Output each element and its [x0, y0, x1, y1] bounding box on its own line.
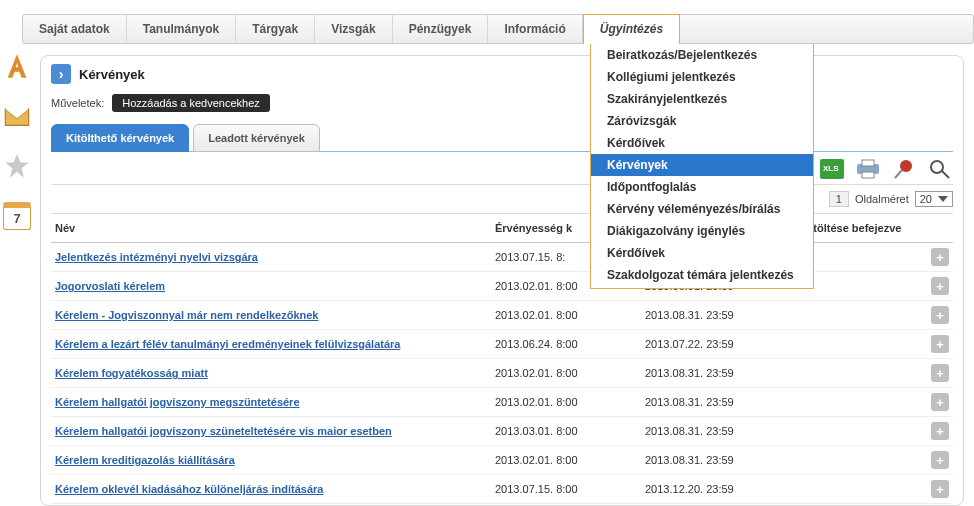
- dropdown-szakirany[interactable]: Szakirányjelentkezés: [591, 88, 813, 110]
- svg-text:XLS: XLS: [823, 164, 839, 173]
- add-favorite-button[interactable]: Hozzáadás a kedvencekhez: [112, 94, 270, 112]
- col-name[interactable]: Név: [51, 214, 491, 243]
- done-cell: [791, 446, 923, 475]
- valid-from-cell: 2013.02.01. 8:00: [491, 301, 641, 330]
- dropdown-kerdoivek-2[interactable]: Kérdőívek: [591, 242, 813, 264]
- tab-kitoltheto[interactable]: Kitölthető kérvények: [51, 124, 189, 152]
- valid-from-cell: 2013.02.01. 8:00: [491, 359, 641, 388]
- valid-to-cell: 2013.08.31. 23:59: [641, 504, 791, 506]
- request-link[interactable]: Kérelem kreditigazolás kiállítására: [55, 454, 235, 466]
- table-row: Kérelem hallgatói jogviszony megszünteté…: [51, 388, 953, 417]
- menu-targyak[interactable]: Tárgyak: [236, 15, 315, 43]
- request-link[interactable]: Kérelem - Jogviszonnyal már nem rendelke…: [55, 309, 319, 321]
- valid-from-cell: 2013.03.01. 8:00: [491, 417, 641, 446]
- tab-leadott[interactable]: Leadott kérvények: [193, 124, 320, 152]
- done-cell: [791, 388, 923, 417]
- letter-a-icon[interactable]: [3, 52, 31, 80]
- request-link[interactable]: Kérelem hallgatói jogviszony szüneteltet…: [55, 425, 392, 437]
- pin-icon[interactable]: [891, 158, 917, 180]
- table-row: Kérelem kreditigazolás kiállítására2013.…: [51, 446, 953, 475]
- request-link[interactable]: Kérelem fogyatékosság miatt: [55, 367, 208, 379]
- row-expand-button[interactable]: +: [931, 480, 949, 498]
- done-cell: [791, 417, 923, 446]
- chevron-right-icon: ›: [51, 64, 71, 84]
- valid-from-cell: 2013.06.24. 8:00: [491, 330, 641, 359]
- request-link[interactable]: Jogorvoslati kérelem: [55, 280, 165, 292]
- page-size-label: Oldalméret: [855, 193, 909, 205]
- request-link[interactable]: Jelentkezés intézményi nyelvi vizsgára: [55, 251, 258, 263]
- table-row: Kérelem hallgatói jogviszony szüneteltet…: [51, 417, 953, 446]
- valid-from-cell: 2013.01.09. 8:00: [491, 504, 641, 506]
- dropdown-kerveny-velemenyezes[interactable]: Kérvény véleményezés/bírálás: [591, 198, 813, 220]
- svg-rect-4: [862, 172, 874, 178]
- dropdown-kervenyek[interactable]: Kérvények: [591, 154, 813, 176]
- done-cell: [791, 301, 923, 330]
- table-row: Kérelem - Jogviszonnyal már nem rendelke…: [51, 301, 953, 330]
- dropdown-diakigazolvany[interactable]: Diákigazolvány igénylés: [591, 220, 813, 242]
- done-cell: [791, 475, 923, 504]
- export-xls-icon[interactable]: XLS: [819, 158, 845, 180]
- calendar-icon[interactable]: 7: [3, 202, 31, 230]
- menu-informacio[interactable]: Információ: [488, 15, 582, 43]
- table-row: Kérelem oklevél kiadásához különeljárás …: [51, 504, 953, 506]
- valid-from-cell: 2013.02.01. 8:00: [491, 388, 641, 417]
- menu-ugyintezes[interactable]: Ügyintézés: [583, 14, 680, 44]
- valid-to-cell: 2013.08.31. 23:59: [641, 417, 791, 446]
- row-expand-button[interactable]: +: [931, 364, 949, 382]
- dropdown-kerdoivek-1[interactable]: Kérdőívek: [591, 132, 813, 154]
- tabs: Kitölthető kérvények Leadott kérvények: [51, 124, 953, 152]
- row-expand-button[interactable]: +: [931, 335, 949, 353]
- requests-table: Név Érvényesség k y kitöltése befejezve …: [51, 214, 953, 505]
- print-icon[interactable]: [855, 158, 881, 180]
- table-row: Kérelem a lezárt félév tanulmányi eredmé…: [51, 330, 953, 359]
- page-size-value: 20: [920, 193, 932, 205]
- top-menu: Saját adatok Tanulmányok Tárgyak Vizsgák…: [22, 14, 974, 44]
- row-expand-button[interactable]: +: [931, 248, 949, 266]
- menu-vizsgak[interactable]: Vizsgák: [315, 15, 392, 43]
- table-row: Jogorvoslati kérelem2013.02.01. 8:002013…: [51, 272, 953, 301]
- table-row: Kérelem fogyatékosság miatt2013.02.01. 8…: [51, 359, 953, 388]
- toolbar: XLS: [51, 152, 953, 185]
- svg-rect-3: [862, 160, 874, 166]
- dropdown-kollegiumi[interactable]: Kollégiumi jelentkezés: [591, 66, 813, 88]
- valid-to-cell: 2013.08.31. 23:59: [641, 388, 791, 417]
- chevron-down-icon: [938, 196, 948, 202]
- valid-to-cell: 2013.08.31. 23:59: [641, 359, 791, 388]
- valid-from-cell: 2013.07.15. 8:00: [491, 475, 641, 504]
- table-row: Jelentkezés intézményi nyelvi vizsgára20…: [51, 243, 953, 272]
- page-size-select[interactable]: 20: [915, 191, 953, 207]
- row-expand-button[interactable]: +: [931, 306, 949, 324]
- done-cell: [791, 359, 923, 388]
- done-cell: [791, 330, 923, 359]
- page-title: Kérvények: [79, 67, 145, 82]
- menu-penzugyek[interactable]: Pénzügyek: [393, 15, 489, 43]
- paging-row: 1 Oldalméret 20: [51, 185, 953, 214]
- search-icon[interactable]: [927, 158, 953, 180]
- main-panel: › Kérvények Műveletek: Hozzáadás a kedve…: [40, 55, 964, 506]
- request-link[interactable]: Kérelem hallgatói jogviszony megszünteté…: [55, 396, 300, 408]
- mail-icon[interactable]: [3, 102, 31, 130]
- menu-sajat-adatok[interactable]: Saját adatok: [23, 15, 127, 43]
- dropdown-szakdolgozat[interactable]: Szakdolgozat témára jelentkezés: [591, 264, 813, 286]
- request-link[interactable]: Kérelem a lezárt félév tanulmányi eredmé…: [55, 338, 400, 350]
- star-icon[interactable]: [3, 152, 31, 180]
- valid-to-cell: 2013.12.20. 23:59: [641, 475, 791, 504]
- row-expand-button[interactable]: +: [931, 451, 949, 469]
- row-expand-button[interactable]: +: [931, 277, 949, 295]
- menu-tanulmanyok[interactable]: Tanulmányok: [127, 15, 236, 43]
- valid-to-cell: 2013.08.31. 23:59: [641, 301, 791, 330]
- page-number[interactable]: 1: [829, 191, 849, 207]
- row-expand-button[interactable]: +: [931, 422, 949, 440]
- dropdown-idopontfoglalas[interactable]: Időpontfoglalás: [591, 176, 813, 198]
- ugyintezes-dropdown: Beiratkozás/Bejelentkezés Kollégiumi jel…: [590, 44, 814, 289]
- request-link[interactable]: Kérelem oklevél kiadásához különeljárás …: [55, 483, 323, 495]
- done-cell: [791, 504, 923, 506]
- valid-from-cell: 2013.02.01. 8:00: [491, 446, 641, 475]
- svg-point-6: [931, 161, 943, 173]
- valid-to-cell: 2013.07.22. 23:59: [641, 330, 791, 359]
- side-icons: 7: [0, 52, 34, 230]
- dropdown-beiratkozas[interactable]: Beiratkozás/Bejelentkezés: [591, 44, 813, 66]
- row-expand-button[interactable]: +: [931, 393, 949, 411]
- table-row: Kérelem oklevél kiadásához különeljárás …: [51, 475, 953, 504]
- dropdown-zarovizsgak[interactable]: Záróvizsgák: [591, 110, 813, 132]
